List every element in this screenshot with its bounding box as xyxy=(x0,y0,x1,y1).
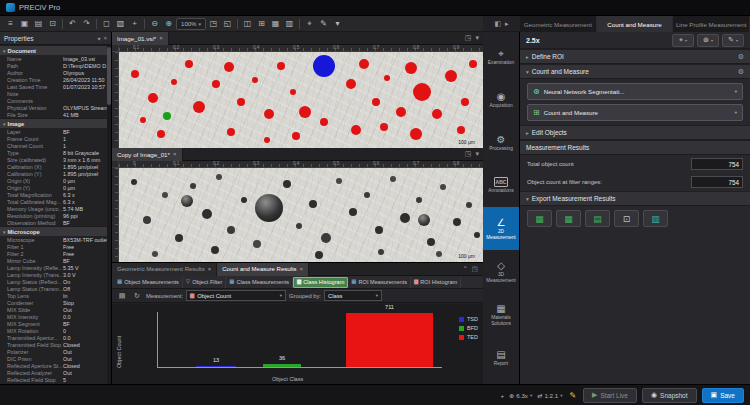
section-define-roi[interactable]: ▸ Define ROI ⚙ xyxy=(520,49,750,64)
workflow-materials-solutions[interactable]: ▦Materials Solutions xyxy=(483,293,519,336)
close-icon[interactable]: × xyxy=(208,266,212,272)
caret-down-icon[interactable]: ▾ xyxy=(475,150,479,158)
export-to-excel-button[interactable]: ▦ xyxy=(527,210,552,227)
detected-object-red[interactable] xyxy=(346,79,356,89)
bar-bfd[interactable] xyxy=(263,364,301,367)
annotate-icon[interactable]: ✎ xyxy=(317,18,330,30)
measurement-select[interactable]: ▆ Object Count ▾ xyxy=(186,290,286,301)
result-doc-tab-geometric-measurement-results[interactable]: Geometric Measurement Results× xyxy=(112,263,217,276)
open-report-button[interactable]: ▥ xyxy=(643,210,668,227)
detected-object-red[interactable] xyxy=(193,101,205,113)
undo-icon[interactable]: ↶ xyxy=(66,18,79,30)
detected-object-red[interactable] xyxy=(252,77,258,83)
scrollbar-thumb[interactable] xyxy=(107,47,111,105)
properties-section-document[interactable]: ▾Document xyxy=(0,45,107,55)
section-measurement-results[interactable]: Measurement Results xyxy=(520,140,750,155)
image-canvas-0[interactable]: 100 µm xyxy=(119,52,483,148)
detected-object-red[interactable] xyxy=(405,62,417,74)
result-view-tab-object-filter[interactable]: ▽Object Filter xyxy=(183,277,226,288)
detected-object-red[interactable] xyxy=(157,130,165,138)
properties-section-image[interactable]: ▾Image xyxy=(0,118,107,128)
copy-to-clipboard-button[interactable]: ⊡ xyxy=(614,210,639,227)
count-and-measure-button[interactable]: ⊞ Count and Measure ▾ xyxy=(527,104,743,121)
detected-object-red[interactable] xyxy=(359,59,369,69)
section-count-and-measure[interactable]: ▾ Count and Measure ⚙ xyxy=(520,64,750,79)
zoom-control[interactable]: ⊕ 6.3x ▾ xyxy=(509,392,532,399)
menu-icon[interactable]: ≡ xyxy=(4,18,17,30)
undock-icon[interactable]: ◳ xyxy=(465,34,472,42)
detected-object-red[interactable] xyxy=(461,98,469,106)
print-icon[interactable]: ⊡ xyxy=(46,18,59,30)
detected-object-red[interactable] xyxy=(212,80,220,88)
grouped-by-select[interactable]: Class ▾ xyxy=(324,290,382,301)
roi-tool-icon[interactable]: ▧ xyxy=(114,18,127,30)
detected-object-green[interactable] xyxy=(163,112,171,120)
detected-object-red[interactable] xyxy=(227,128,235,136)
result-view-tab-roi-measurements[interactable]: ▦ROI Measurements xyxy=(348,277,411,288)
detected-object-red[interactable] xyxy=(264,109,274,119)
workflow-examination[interactable]: ⌖Examination xyxy=(483,35,519,78)
export-to-csv-button[interactable]: ▤ xyxy=(585,210,610,227)
result-view-tab-class-measurements[interactable]: ▦Class Measurements xyxy=(226,277,293,288)
gear-icon[interactable]: ⚙ xyxy=(738,68,744,76)
fit-window-icon[interactable]: ◳ xyxy=(207,18,220,30)
close-icon[interactable]: × xyxy=(300,266,304,272)
detected-object-red[interactable] xyxy=(277,62,285,70)
open-icon[interactable]: ▤ xyxy=(32,18,45,30)
workflow-3d-measurement[interactable]: ◇3D Measurement xyxy=(483,250,519,293)
detected-object-red[interactable] xyxy=(410,128,422,140)
magic-selection-button[interactable]: ⊛▾ xyxy=(697,34,719,47)
annotate-icon[interactable]: ✎ xyxy=(569,391,576,400)
refresh-icon[interactable]: ↻ xyxy=(131,290,143,301)
close-icon[interactable]: × xyxy=(159,35,163,41)
detected-object-red[interactable] xyxy=(140,117,146,123)
detected-object-red[interactable] xyxy=(131,70,139,78)
workflow-2d-measurement[interactable]: ∠2D Measurement xyxy=(483,207,519,250)
detected-object-red[interactable] xyxy=(299,106,311,118)
save-button[interactable]: ▣ Save xyxy=(702,388,744,403)
target-icon[interactable]: ⌖ xyxy=(303,18,316,30)
zoom-out-icon[interactable]: ⊖ xyxy=(148,18,161,30)
pan-tool-icon[interactable]: + xyxy=(128,18,141,30)
select-tool-icon[interactable]: ◻ xyxy=(100,18,113,30)
actual-size-icon[interactable]: ◱ xyxy=(221,18,234,30)
zoom-level-select[interactable]: 100%▾ xyxy=(176,18,206,30)
detected-object-red[interactable] xyxy=(384,75,390,81)
snapshot-button[interactable]: ◉ Snapshot xyxy=(642,388,697,403)
detected-object-red[interactable] xyxy=(396,107,406,117)
detected-object-red[interactable] xyxy=(264,137,270,143)
layout-split-icon[interactable]: ◫ xyxy=(241,18,254,30)
close-icon[interactable]: × xyxy=(103,35,107,41)
undock-icon[interactable]: ◳ xyxy=(472,265,478,273)
detected-object-red[interactable] xyxy=(320,118,328,126)
close-icon[interactable]: × xyxy=(173,151,177,157)
undock-icon[interactable]: ◳ xyxy=(465,150,472,158)
detected-object-red[interactable] xyxy=(237,98,245,106)
detected-object-red[interactable] xyxy=(413,83,431,101)
redo-icon[interactable]: ↷ xyxy=(80,18,93,30)
detected-object-red[interactable] xyxy=(380,123,388,131)
export-results-icon[interactable]: ▤ xyxy=(116,290,128,301)
detected-object-red[interactable] xyxy=(148,93,158,103)
start-live-button[interactable]: ▶ Start Live xyxy=(583,388,637,403)
section-export-measurement-results[interactable]: ▾ Export Measurement Results xyxy=(520,191,750,206)
export-to-workbook-button[interactable]: ▦ xyxy=(556,210,581,227)
collapse-panel-icon[interactable]: ◧ xyxy=(494,20,501,28)
bar-ted[interactable] xyxy=(346,313,433,367)
add-overlay-icon[interactable]: + xyxy=(500,392,504,399)
edit-tool-button[interactable]: ✎▾ xyxy=(722,34,744,47)
detected-object-red[interactable] xyxy=(290,89,296,95)
panel-tab-line-profile-measurement[interactable]: Line Profile Measurement xyxy=(673,16,750,32)
zoom-in-icon[interactable]: ⊕ xyxy=(162,18,175,30)
detected-object-red[interactable] xyxy=(224,62,234,72)
bar-tsd[interactable] xyxy=(196,366,236,367)
layout-rows-icon[interactable]: ▥ xyxy=(283,18,296,30)
more-icon[interactable]: ▾ xyxy=(331,18,344,30)
workflow-annotations[interactable]: ABCAnnotations xyxy=(483,164,519,207)
workflow-report[interactable]: ▤Report xyxy=(483,336,519,379)
neural-network-segmentation-button[interactable]: ⊛ Neural Network Segmentati... ▾ xyxy=(527,83,743,100)
workflow-acquisition[interactable]: ◉Acquisition xyxy=(483,78,519,121)
save-icon[interactable]: ▣ xyxy=(18,18,31,30)
gear-icon[interactable]: ⚙ xyxy=(738,53,744,61)
image-canvas-1[interactable]: 100 µm xyxy=(119,168,483,262)
